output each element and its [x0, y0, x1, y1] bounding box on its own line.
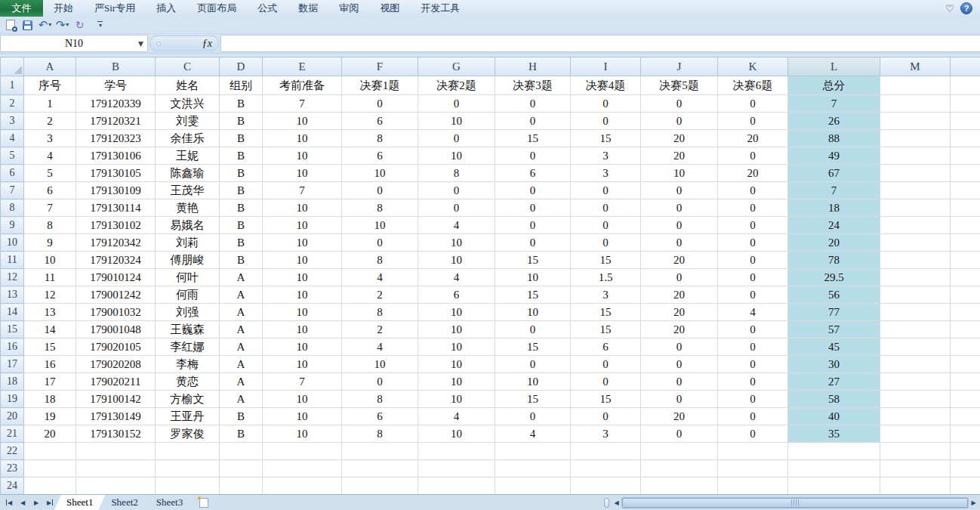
cell[interactable]: [951, 286, 980, 304]
cell[interactable]: 0: [718, 234, 788, 252]
cell[interactable]: 7: [24, 199, 76, 217]
cell[interactable]: 10: [418, 425, 495, 443]
cell[interactable]: [156, 478, 220, 495]
cell[interactable]: 179120323: [76, 130, 156, 147]
cell[interactable]: [880, 76, 951, 95]
cell[interactable]: 9: [24, 234, 76, 252]
ribbon-tab-2[interactable]: 严Sir专用: [84, 0, 146, 17]
row-header-20[interactable]: 20: [1, 408, 24, 425]
cell[interactable]: 10: [418, 391, 495, 408]
cell[interactable]: [76, 478, 156, 495]
cell[interactable]: [951, 321, 980, 338]
cell[interactable]: 刘强: [156, 304, 220, 321]
cell[interactable]: 0: [571, 356, 641, 373]
cell[interactable]: 179010124: [76, 269, 156, 286]
cell[interactable]: [220, 443, 263, 460]
cell[interactable]: 李梅: [156, 356, 220, 373]
cell[interactable]: 15: [571, 130, 641, 147]
cell[interactable]: 179100142: [76, 391, 156, 408]
cell[interactable]: [951, 408, 980, 425]
cell[interactable]: 20: [641, 321, 718, 338]
cell[interactable]: [951, 252, 980, 269]
cell[interactable]: [263, 443, 342, 460]
cell[interactable]: 30: [788, 356, 880, 373]
cell[interactable]: [495, 460, 571, 478]
row-header-15[interactable]: 15: [1, 321, 24, 338]
cell[interactable]: [951, 165, 980, 182]
cell[interactable]: 179120321: [76, 113, 156, 130]
cell[interactable]: 学号: [76, 76, 156, 95]
last-sheet-icon[interactable]: ▶: [44, 497, 56, 508]
cell[interactable]: 88: [788, 130, 880, 147]
cell[interactable]: 黄恋: [156, 373, 220, 391]
cell[interactable]: 20: [641, 252, 718, 269]
cell[interactable]: 6: [495, 165, 571, 182]
horizontal-scrollbar[interactable]: ◀ ▶: [612, 495, 980, 510]
help-icon[interactable]: ?: [960, 2, 972, 14]
cell[interactable]: [418, 478, 495, 495]
cell[interactable]: [951, 182, 980, 199]
cell[interactable]: 10: [495, 304, 571, 321]
cell[interactable]: 7: [788, 95, 880, 113]
cell[interactable]: 易娥名: [156, 217, 220, 234]
scrollbar-track[interactable]: [621, 497, 969, 508]
column-header-B[interactable]: B: [76, 57, 156, 76]
cell[interactable]: 0: [641, 373, 718, 391]
cell[interactable]: 0: [495, 234, 571, 252]
cell[interactable]: 4: [718, 304, 788, 321]
cell[interactable]: 6: [418, 286, 495, 304]
prev-sheet-icon[interactable]: ◀: [17, 497, 29, 508]
cell[interactable]: A: [220, 338, 263, 356]
ribbon-tab-5[interactable]: 公式: [247, 0, 288, 17]
cell[interactable]: 78: [788, 252, 880, 269]
cell[interactable]: [880, 165, 951, 182]
cell[interactable]: A: [220, 391, 263, 408]
file-tab[interactable]: 文件: [0, 0, 43, 17]
cell[interactable]: 179001242: [76, 286, 156, 304]
cell[interactable]: 4: [418, 217, 495, 234]
redo-icon[interactable]: ↷▾: [55, 18, 69, 32]
row-header-21[interactable]: 21: [1, 425, 24, 443]
cell[interactable]: [951, 478, 980, 495]
cell[interactable]: [641, 460, 718, 478]
cell[interactable]: 0: [718, 147, 788, 165]
cell[interactable]: 15: [24, 338, 76, 356]
cell[interactable]: 6: [342, 147, 418, 165]
cell[interactable]: [880, 182, 951, 199]
cell[interactable]: 10: [495, 269, 571, 286]
ribbon-tab-4[interactable]: 页面布局: [186, 0, 247, 17]
cell[interactable]: [788, 478, 880, 495]
cell[interactable]: 姓名: [156, 76, 220, 95]
row-header-18[interactable]: 18: [1, 373, 24, 391]
cell[interactable]: 8: [342, 199, 418, 217]
cell[interactable]: B: [220, 217, 263, 234]
ribbon-tab-1[interactable]: 开始: [43, 0, 84, 17]
cell[interactable]: 10: [263, 304, 342, 321]
cell[interactable]: 0: [641, 217, 718, 234]
cell[interactable]: 4: [342, 338, 418, 356]
cell[interactable]: 王巍森: [156, 321, 220, 338]
cell[interactable]: 10: [24, 252, 76, 269]
cell[interactable]: [951, 304, 980, 321]
cell[interactable]: [718, 478, 788, 495]
cell[interactable]: [951, 338, 980, 356]
cell[interactable]: 10: [342, 217, 418, 234]
cell[interactable]: 1: [24, 95, 76, 113]
sheet-tab-sheet1[interactable]: Sheet1: [54, 495, 105, 510]
cell[interactable]: A: [220, 321, 263, 338]
cell[interactable]: 15: [571, 304, 641, 321]
scroll-left-icon[interactable]: ◀: [612, 497, 621, 508]
cell[interactable]: [418, 443, 495, 460]
cell[interactable]: 决赛2题: [418, 76, 495, 95]
row-header-5[interactable]: 5: [1, 147, 24, 165]
cell[interactable]: 10: [418, 234, 495, 252]
cell[interactable]: 0: [571, 182, 641, 199]
cell[interactable]: [24, 460, 76, 478]
select-all-corner[interactable]: [1, 57, 24, 76]
cell[interactable]: 20: [641, 286, 718, 304]
cell[interactable]: 8: [342, 391, 418, 408]
cell[interactable]: 8: [342, 252, 418, 269]
cell[interactable]: 35: [788, 425, 880, 443]
cell[interactable]: 0: [641, 338, 718, 356]
name-box-dropdown-icon[interactable]: ▼: [138, 40, 143, 48]
